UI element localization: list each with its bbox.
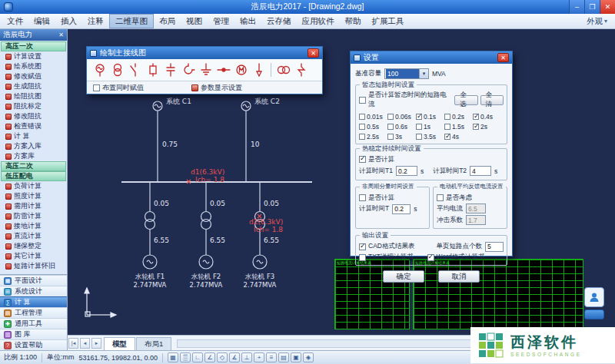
tree-item-修改赋值[interactable]: 修改赋值 [0,71,67,81]
nav-item-平面设计[interactable]: ▦平面设计 [0,275,67,286]
select-all-button[interactable]: 全选 [454,95,477,105]
transformer-icon[interactable] [108,60,126,80]
tree-item-其它计算[interactable]: 其它计算 [0,251,67,261]
time-checkbox-0.4s[interactable]: 0.4s [473,111,501,121]
checkbox-icon[interactable] [416,114,422,120]
tree-item-方案库[interactable]: 方案库 [0,151,67,161]
double-winding-icon[interactable] [274,60,292,80]
txt-output-checkbox[interactable]: TXT详细计算书 [359,253,414,262]
motor-icon[interactable] [232,60,250,80]
tree-item-绘阻抗图[interactable]: 绘阻抗图 [0,91,67,101]
checkbox-icon[interactable] [359,254,366,261]
checkbox-icon[interactable] [387,114,394,120]
checkbox-icon[interactable] [473,124,479,130]
tree-item-负荷计算[interactable]: 负荷计算 [0,181,67,191]
avg-current-input[interactable] [466,204,486,213]
maximize-button[interactable]: ❐ [584,0,600,14]
time-checkbox-0.06s[interactable]: 0.06s [387,111,416,121]
tree-section-高压一次[interactable]: 高压一次 [1,41,66,51]
tab-布局1[interactable]: 布局1 [136,337,171,350]
checkbox-icon[interactable] [387,124,394,130]
menu-item-视图[interactable]: 视图 [181,14,208,28]
aperiodic-t-input[interactable] [392,204,411,214]
menu-item-布局[interactable]: 布局 [154,14,181,28]
nav-item-设置帮助[interactable]: ?设置帮助 [0,339,67,350]
checkbox-icon[interactable] [416,134,422,140]
t1-input[interactable] [396,166,417,176]
assistant-widget-secondary[interactable] [584,309,604,319]
checkbox-icon[interactable] [437,194,444,201]
time-checkbox-1s[interactable]: 1s [416,121,444,131]
checkbox-icon[interactable] [473,114,479,120]
source-icon[interactable] [91,60,108,80]
close-icon[interactable]: ✕ [308,48,319,58]
nav-item-图库[interactable]: ▥图 库 [0,329,67,339]
tree-item-继保整定[interactable]: 继保整定 [0,241,67,251]
menu-item-插入[interactable]: 插入 [55,14,82,28]
checkbox-icon[interactable] [444,124,450,130]
checkbox-icon[interactable] [444,134,450,140]
tree-item-绘系统图[interactable]: 绘系统图 [0,61,67,71]
nav-item-系统设计[interactable]: ⊞系统设计 [0,286,67,296]
tree-item-需用计算[interactable]: 需用计算 [0,201,67,211]
capacitor-icon[interactable] [161,60,179,80]
checkbox-icon[interactable] [359,156,366,163]
dyn-icon[interactable]: + [254,352,264,362]
close-button[interactable]: ✕ [600,0,615,14]
tree-item-直流计算[interactable]: 直流计算 [0,231,67,241]
tree-section-低压配电[interactable]: 低压配电 [1,171,66,181]
appearance-menu[interactable]: 外观 [580,16,613,27]
tab-scroll-first-icon[interactable]: |◂ [68,338,78,349]
osnap-icon[interactable]: ◇ [217,352,228,362]
menu-item-输出[interactable]: 输出 [234,14,261,28]
tree-item-防雷计算[interactable]: 防雷计算 [0,211,67,221]
menu-item-编辑[interactable]: 编辑 [28,14,55,28]
checkbox-icon[interactable] [359,243,366,250]
sync-assign-checkbox[interactable]: 布置同时赋值 [93,83,144,93]
menu-item-管理[interactable]: 管理 [208,14,234,28]
load-icon[interactable] [250,60,268,80]
per-page-input[interactable] [485,242,504,252]
word-output-checkbox[interactable]: Word格式计算书 [427,253,485,262]
scale-indicator[interactable]: 比例 1:100 [4,352,37,362]
checkbox-icon[interactable] [444,114,450,120]
checkbox-icon[interactable] [427,254,434,261]
time-checkbox-3s[interactable]: 3s [387,131,416,141]
tree-item-计算设置[interactable]: 计算设置 [0,51,67,61]
time-checkbox-4s[interactable]: 4s [444,131,473,141]
tab-scroll-right-icon[interactable]: ▸ [91,338,101,349]
tab-模型[interactable]: 模型 [104,337,135,350]
menu-item-二维草图[interactable]: 二维草图 [109,14,154,28]
cad-output-checkbox[interactable]: CAD格式结果表 [359,242,414,251]
time-checkbox-1.5s[interactable]: 1.5s [444,121,473,131]
menu-item-云存储[interactable]: 云存储 [261,14,297,28]
time-checkbox-0.6s[interactable]: 0.6s [387,121,416,131]
tree-item-方案入库[interactable]: 方案入库 [0,141,67,151]
aperiodic-calc-checkbox[interactable]: 是否计算 [359,194,394,203]
tree-item-短路计算怀旧[interactable]: 短路计算怀旧 [0,261,67,271]
grid-icon[interactable]: ▒ [180,352,191,362]
switch-icon[interactable] [126,60,144,80]
t2-input[interactable] [470,166,491,176]
nav-item-计算[interactable]: ∑计 算 [0,296,67,307]
base-capacity-select[interactable]: 100 ▾ [384,68,429,79]
menu-item-注释[interactable]: 注释 [82,14,109,28]
sidebar-close-icon[interactable]: ✕ [58,31,64,38]
time-checkbox-0.5s[interactable]: 0.5s [359,121,387,131]
thermal-calc-checkbox[interactable]: 是否计算 [359,155,394,164]
sc-icon[interactable]: ▣ [291,352,301,362]
time-checkbox-0.1s[interactable]: 0.1s [416,111,444,121]
transient-calc-checkbox[interactable]: 是否计算暂态时间的短路电流 [359,91,451,109]
checkbox-icon[interactable] [359,134,365,140]
reactor-icon[interactable] [179,60,197,80]
tree-item-照度计算[interactable]: 照度计算 [0,191,67,201]
clear-all-button[interactable]: 全清 [480,95,504,105]
checkbox-icon[interactable] [359,124,365,130]
snap-icon[interactable]: ▦ [168,352,178,362]
checkbox-icon[interactable] [359,97,366,104]
cable-icon[interactable] [214,60,232,80]
tab-scroll-left-icon[interactable]: ◂ [80,338,90,349]
tree-item-接地计算[interactable]: 接地计算 [0,221,67,231]
settings-dialog-titlebar[interactable]: 设置 ✕ [351,51,512,64]
tree-item-修改阻抗[interactable]: 修改阻抗 [0,111,67,121]
